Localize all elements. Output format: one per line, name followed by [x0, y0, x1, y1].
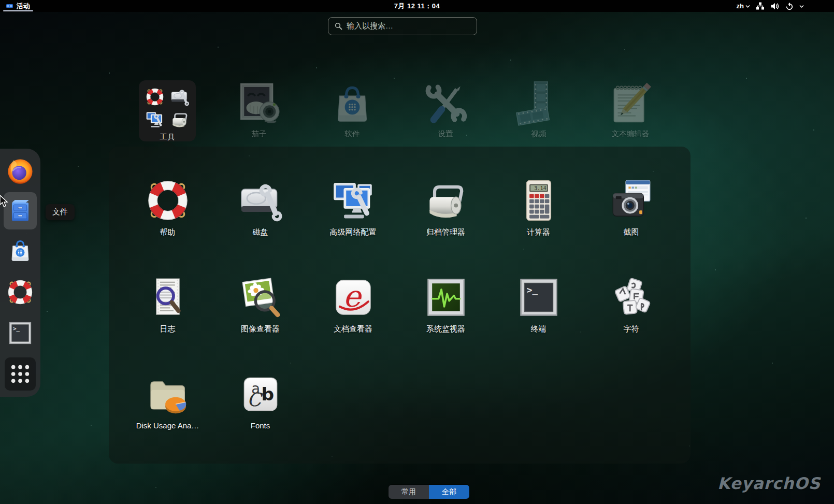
- app-label: 日志: [160, 324, 176, 334]
- volume-icon[interactable]: [770, 2, 780, 10]
- power-icon[interactable]: [785, 2, 794, 10]
- activities-active-indicator: [3, 10, 33, 11]
- disk-wrench-icon: [170, 87, 190, 107]
- lifebuoy-icon: [145, 87, 165, 107]
- text-editor-notepad-icon: [607, 80, 654, 128]
- photo-magnifier-icon: [238, 275, 283, 320]
- os-watermark: KeyarchOS: [717, 474, 821, 493]
- app-label: 软件: [345, 129, 360, 139]
- app-videos[interactable]: 视频: [502, 80, 575, 140]
- dock-software[interactable]: [6, 237, 34, 265]
- folder-label: 工具: [160, 132, 175, 142]
- videos-filmstrip-icon: [515, 80, 563, 128]
- input-method-menu[interactable]: zh: [737, 2, 750, 10]
- files-cabinet-icon: [6, 197, 34, 225]
- app-document-viewer[interactable]: e 文档查看器: [307, 275, 399, 334]
- disk-wrench-icon: [238, 178, 283, 223]
- distro-logo-icon: [6, 3, 13, 9]
- activities-label: 活动: [17, 2, 30, 11]
- desktop: 活动 7月 12 11：04 zh: [0, 0, 834, 504]
- camera-window-icon: [609, 178, 654, 223]
- document-magnifier-icon: [145, 275, 191, 320]
- app-disk-usage-analyzer[interactable]: Disk Usage Ana…: [121, 371, 214, 431]
- fonts-abc-icon: a b C: [238, 371, 283, 417]
- dock-firefox[interactable]: [5, 156, 35, 186]
- app-label: 茄子: [252, 129, 267, 139]
- clock[interactable]: 7月 12 11：04: [394, 0, 440, 12]
- system-status-area: zh: [737, 0, 804, 12]
- app-label: Fonts: [251, 421, 270, 430]
- terminal-icon: >_: [7, 320, 34, 347]
- app-label: 终端: [531, 324, 547, 334]
- chevron-down-icon[interactable]: [799, 4, 804, 8]
- network-monitors-icon: [330, 178, 376, 223]
- show-apps-grid-icon: [9, 363, 31, 385]
- svg-text:>_: >_: [13, 325, 20, 332]
- cheese-webcam-icon: [235, 80, 283, 128]
- app-software[interactable]: 软件: [316, 80, 389, 140]
- app-screenshot[interactable]: 截图: [585, 178, 678, 237]
- software-bag-icon: [328, 80, 376, 128]
- app-label: 文档查看器: [334, 324, 372, 334]
- dock-tooltip: 文件: [46, 204, 75, 220]
- folder-popup-panel: 帮助 磁盘: [109, 147, 691, 464]
- input-method-label: zh: [737, 2, 744, 10]
- app-label: 帮助: [160, 227, 176, 237]
- svg-text:C: C: [247, 389, 263, 410]
- svg-text:b: b: [261, 384, 274, 405]
- app-label: 设置: [438, 129, 453, 139]
- app-label: 磁盘: [253, 227, 268, 237]
- app-label: 截图: [624, 227, 639, 237]
- app-folder-tools[interactable]: 工具: [139, 80, 196, 141]
- app-label: Disk Usage Ana…: [136, 421, 199, 430]
- keycaps-icon: [609, 275, 654, 320]
- app-label: 归档管理器: [426, 227, 465, 237]
- app-system-monitor[interactable]: 系统监视器: [399, 275, 492, 334]
- svg-text:3.14: 3.14: [534, 185, 546, 191]
- chevron-down-icon: [745, 4, 750, 8]
- terminal-icon: >_: [516, 275, 562, 320]
- app-settings[interactable]: 设置: [409, 80, 482, 140]
- app-calculator[interactable]: 3.14: [492, 178, 585, 237]
- app-characters[interactable]: 字符: [585, 275, 678, 334]
- app-cheese[interactable]: 茄子: [223, 80, 295, 140]
- folder-piechart-icon: [145, 371, 191, 417]
- app-advanced-network-config[interactable]: 高级网络配置: [307, 178, 399, 237]
- app-label: 文本编辑器: [612, 129, 650, 139]
- app-terminal[interactable]: >_ 终端: [492, 275, 585, 334]
- app-label: 系统监视器: [426, 324, 465, 334]
- app-image-viewer[interactable]: 图像查看器: [214, 275, 307, 334]
- app-label: 计算器: [527, 227, 550, 237]
- app-archive-manager[interactable]: 归档管理器: [399, 178, 492, 237]
- folder-app-grid: 帮助 磁盘: [109, 147, 691, 431]
- app-fonts[interactable]: a b C Fonts: [214, 371, 307, 431]
- archive-roller-icon: [170, 110, 190, 129]
- app-label: 视频: [531, 129, 547, 139]
- heartbeat-monitor-icon: [423, 275, 469, 320]
- app-help[interactable]: 帮助: [121, 178, 214, 237]
- frequent-apps-button[interactable]: 常用: [389, 485, 429, 499]
- app-label: 字符: [624, 324, 639, 334]
- all-apps-button[interactable]: 全部: [429, 485, 469, 499]
- search-icon: [335, 22, 342, 30]
- dock-terminal[interactable]: >_: [7, 320, 34, 347]
- app-logs[interactable]: 日志: [121, 275, 214, 334]
- app-disks[interactable]: 磁盘: [214, 178, 307, 237]
- svg-text:>_: >_: [526, 284, 538, 295]
- lifebuoy-icon: [6, 278, 34, 306]
- network-monitors-icon: [145, 110, 165, 129]
- app-label: 图像查看器: [241, 324, 280, 334]
- activities-button[interactable]: 活动: [2, 0, 34, 12]
- network-wired-icon[interactable]: [756, 2, 765, 10]
- top-bar: 活动 7月 12 11：04 zh: [0, 0, 834, 12]
- mouse-cursor: [0, 195, 10, 208]
- dock-show-apps[interactable]: [5, 357, 36, 391]
- app-view-switcher: 常用 全部: [389, 485, 469, 499]
- app-text-editor[interactable]: 文本编辑器: [594, 80, 667, 140]
- evince-e-icon: e: [330, 275, 376, 320]
- search-input[interactable]: 输入以搜索…: [328, 17, 477, 35]
- dash-dock: >_: [0, 149, 40, 397]
- software-bag-icon: [6, 237, 34, 265]
- dock-help[interactable]: [6, 278, 34, 306]
- app-label: 高级网络配置: [330, 227, 377, 237]
